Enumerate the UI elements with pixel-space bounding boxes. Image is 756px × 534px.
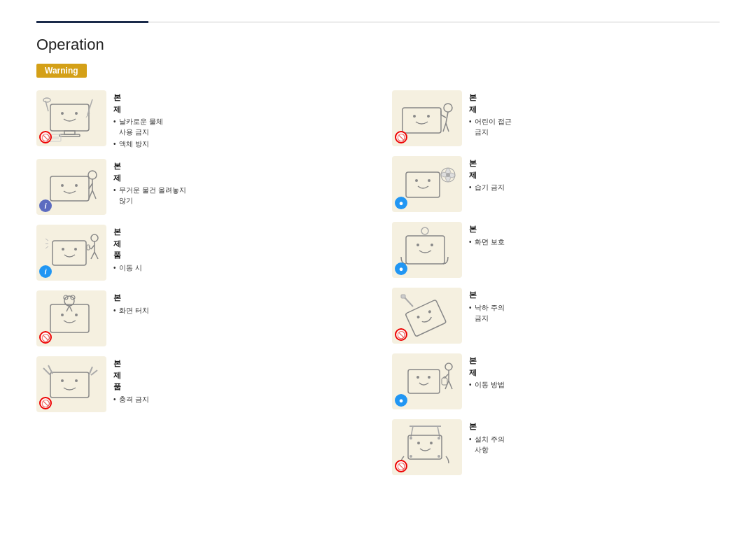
top-divider (36, 21, 720, 23)
svg-line-47 (91, 370, 97, 375)
svg-point-73 (428, 376, 430, 379)
item-bullet-1: 어린이 접근금지 (469, 116, 720, 137)
item-title: 본제 (113, 160, 364, 183)
svg-line-40 (69, 306, 72, 311)
list-item: 🚫 본제품 충격 금지 (36, 356, 364, 412)
item-title: 본제 (469, 92, 720, 115)
no-icon-badge: 🚫 (395, 328, 407, 341)
svg-rect-57 (406, 172, 440, 197)
svg-point-6 (43, 98, 50, 102)
item-bullet-1: 날카로운 물체사용 금지 (113, 116, 364, 137)
svg-rect-70 (401, 295, 405, 298)
item-text-r2: 본제 습기 금지 (469, 156, 720, 192)
svg-line-55 (443, 123, 446, 132)
item-bullet-1: 낙하 주의금지 (469, 302, 720, 323)
no-icon-badge: 🚫 (395, 131, 407, 143)
item-image-4: 🚫 (36, 290, 106, 346)
section-title: Operation (36, 36, 720, 54)
info-icon-badge: ● (395, 197, 407, 209)
item-text-r6: 본 설치 주의사항 (469, 419, 720, 455)
svg-point-74 (445, 363, 452, 370)
info-icon-badge: ● (395, 394, 407, 407)
item-image-r2: ● (392, 156, 462, 212)
right-column: 🚫 본제 어린이 접근금지 (392, 90, 720, 485)
svg-point-50 (427, 115, 430, 118)
svg-line-78 (449, 381, 452, 389)
svg-line-32 (46, 246, 48, 248)
svg-point-89 (438, 455, 440, 458)
item-text-5: 본제품 충격 금지 (113, 356, 364, 405)
item-title: 본 (469, 223, 720, 235)
item-title: 본 (469, 421, 720, 433)
svg-line-19 (92, 190, 96, 199)
item-bullet-1: 무거운 물건 올려놓지않기 (113, 185, 364, 206)
svg-point-42 (61, 379, 64, 382)
svg-line-7 (88, 99, 92, 115)
svg-point-59 (428, 179, 430, 182)
svg-point-65 (421, 227, 428, 234)
no-icon-badge: 🚫 (39, 397, 52, 409)
item-image-r1: 🚫 (392, 90, 462, 146)
info-icon-badge: i (39, 265, 52, 278)
item-image-r6: 🚫 (392, 419, 462, 475)
info-icon-badge: i (39, 199, 52, 212)
no-icon-badge: 🚫 (395, 460, 407, 472)
svg-point-21 (62, 248, 64, 251)
divider-right (148, 22, 720, 22)
item-bullet-1: 이동 방법 (469, 379, 720, 390)
no-icon-badge: 🚫 (39, 131, 52, 143)
item-title: 본제 (469, 157, 720, 181)
svg-rect-2 (59, 134, 80, 136)
item-title: 본제품 (113, 358, 364, 393)
item-text-r1: 본제 어린이 접근금지 (469, 90, 720, 137)
content-columns: 🚫 본제 날카로운 물체사용 금지 액체 방지 (36, 90, 720, 485)
svg-point-63 (416, 244, 419, 246)
svg-point-51 (444, 104, 452, 112)
svg-point-87 (438, 437, 440, 440)
svg-point-15 (88, 171, 97, 179)
item-text-r3: 본 화면 보호 (469, 222, 720, 247)
svg-point-3 (61, 112, 64, 115)
left-column: 🚫 본제 날카로운 물체사용 금지 액체 방지 (36, 90, 364, 485)
item-image-r4: 🚫 (392, 288, 462, 344)
svg-rect-62 (406, 236, 444, 264)
svg-rect-79 (442, 378, 447, 385)
svg-rect-41 (50, 372, 89, 398)
item-text-3: 본제품 이동 시 (113, 225, 364, 273)
svg-point-14 (75, 184, 78, 187)
svg-line-44 (43, 368, 50, 375)
svg-point-13 (61, 184, 64, 187)
svg-point-61 (446, 173, 450, 177)
item-bullet-1: 충격 금지 (113, 394, 364, 405)
item-bullet-1: 설치 주의사항 (469, 434, 720, 455)
svg-point-34 (61, 314, 64, 316)
item-bullet-2: 액체 방지 (113, 139, 364, 149)
item-title: 본 (113, 292, 364, 304)
list-item: i 본제품 이동 시 (36, 225, 364, 281)
item-image-3: i (36, 225, 106, 281)
svg-point-72 (416, 376, 419, 379)
svg-rect-0 (50, 104, 89, 131)
list-item: 🚫 본제 어린이 접근금지 (392, 90, 720, 146)
svg-rect-20 (52, 241, 86, 265)
item-text-1: 본제 날카로운 물체사용 금지 액체 방지 (113, 90, 364, 149)
svg-line-29 (94, 252, 98, 259)
svg-point-67 (416, 315, 420, 318)
list-item: ● 본제 이동 방법 (392, 353, 720, 409)
svg-point-64 (430, 244, 433, 246)
svg-line-39 (66, 306, 69, 311)
item-image-1: 🚫 (36, 90, 106, 146)
divider-left (36, 21, 148, 23)
svg-point-58 (415, 179, 418, 182)
item-title: 본 (469, 289, 720, 301)
svg-point-84 (417, 442, 420, 444)
list-item: ● 본 화면 보호 (392, 222, 720, 278)
svg-point-22 (74, 248, 77, 251)
item-bullet-1: 습기 금지 (469, 182, 720, 192)
item-text-4: 본 화면 터치 (113, 290, 364, 316)
item-image-2: i (36, 159, 106, 215)
list-item: 🚫 본 화면 터치 (36, 290, 364, 346)
item-text-r4: 본 낙하 주의금지 (469, 288, 720, 323)
list-item: ● 본제 습기 금지 (392, 156, 720, 212)
svg-point-49 (413, 115, 416, 118)
